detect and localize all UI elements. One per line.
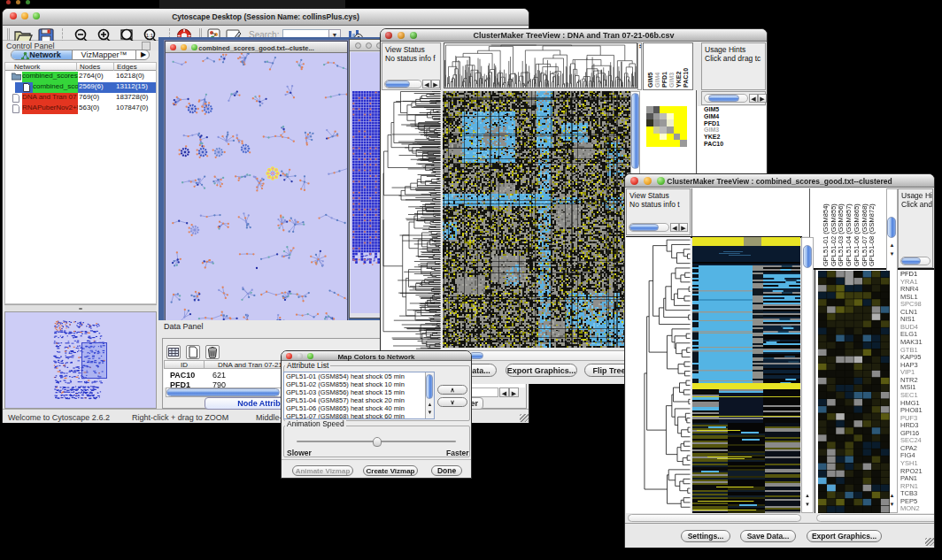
svg-text:1:1: 1:1 (146, 33, 154, 38)
